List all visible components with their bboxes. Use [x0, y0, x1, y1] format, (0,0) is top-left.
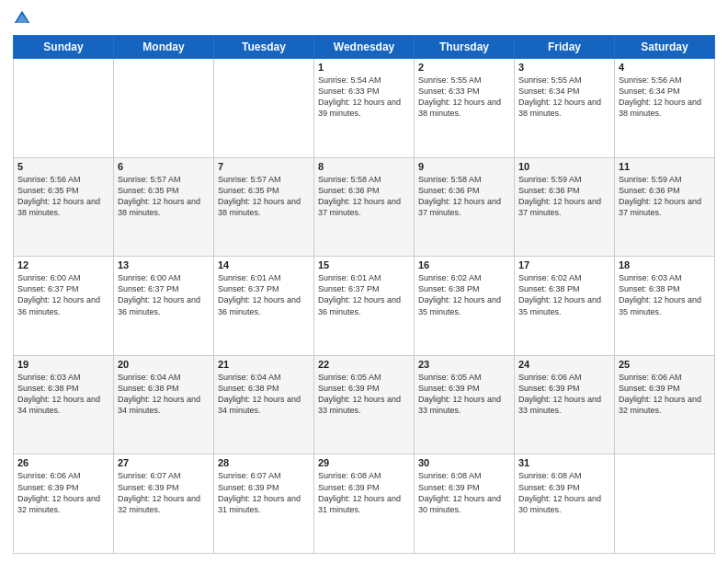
- calendar-cell: 23Sunrise: 6:05 AMSunset: 6:39 PMDayligh…: [415, 355, 515, 454]
- day-info: Sunrise: 5:56 AMSunset: 6:35 PMDaylight:…: [17, 174, 109, 219]
- calendar-cell: 12Sunrise: 6:00 AMSunset: 6:37 PMDayligh…: [14, 257, 114, 356]
- week-row-1: 1Sunrise: 5:54 AMSunset: 6:33 PMDaylight…: [14, 59, 715, 158]
- day-number: 7: [218, 161, 310, 172]
- day-info: Sunrise: 6:01 AMSunset: 6:37 PMDaylight:…: [318, 272, 410, 317]
- day-info: Sunrise: 5:55 AMSunset: 6:34 PMDaylight:…: [518, 75, 610, 120]
- calendar-cell: 22Sunrise: 6:05 AMSunset: 6:39 PMDayligh…: [314, 355, 415, 454]
- day-info: Sunrise: 6:06 AMSunset: 6:39 PMDaylight:…: [17, 470, 109, 515]
- calendar-cell: [14, 59, 114, 158]
- day-number: 19: [17, 359, 109, 370]
- calendar-header: SundayMondayTuesdayWednesdayThursdayFrid…: [14, 36, 715, 59]
- day-number: 14: [218, 259, 310, 270]
- calendar-cell: 19Sunrise: 6:03 AMSunset: 6:38 PMDayligh…: [14, 355, 114, 454]
- calendar-cell: 3Sunrise: 5:55 AMSunset: 6:34 PMDaylight…: [515, 59, 615, 158]
- calendar-cell: 6Sunrise: 5:57 AMSunset: 6:35 PMDaylight…: [114, 157, 214, 257]
- day-info: Sunrise: 6:08 AMSunset: 6:39 PMDaylight:…: [418, 470, 510, 515]
- calendar-cell: 27Sunrise: 6:07 AMSunset: 6:39 PMDayligh…: [114, 454, 214, 554]
- logo-icon: [13, 9, 31, 28]
- day-number: 15: [318, 259, 410, 270]
- day-number: 21: [218, 359, 310, 370]
- day-number: 23: [418, 359, 510, 370]
- day-number: 29: [318, 457, 410, 468]
- day-info: Sunrise: 6:08 AMSunset: 6:39 PMDaylight:…: [318, 470, 410, 515]
- day-info: Sunrise: 6:06 AMSunset: 6:39 PMDaylight:…: [619, 372, 711, 417]
- calendar-cell: 28Sunrise: 6:07 AMSunset: 6:39 PMDayligh…: [214, 454, 314, 554]
- day-info: Sunrise: 6:03 AMSunset: 6:38 PMDaylight:…: [17, 372, 109, 417]
- calendar-cell: 13Sunrise: 6:00 AMSunset: 6:37 PMDayligh…: [114, 257, 214, 356]
- day-number: 2: [418, 62, 510, 73]
- day-info: Sunrise: 6:05 AMSunset: 6:39 PMDaylight:…: [418, 372, 510, 417]
- day-number: 11: [619, 161, 711, 172]
- day-info: Sunrise: 6:05 AMSunset: 6:39 PMDaylight:…: [318, 372, 410, 417]
- weekday-header-tuesday: Tuesday: [214, 36, 314, 59]
- day-number: 4: [619, 62, 711, 73]
- calendar-cell: 9Sunrise: 5:58 AMSunset: 6:36 PMDaylight…: [415, 157, 515, 257]
- day-number: 27: [118, 457, 210, 468]
- calendar-cell: 18Sunrise: 6:03 AMSunset: 6:38 PMDayligh…: [615, 257, 715, 356]
- day-info: Sunrise: 5:58 AMSunset: 6:36 PMDaylight:…: [418, 174, 510, 219]
- calendar-body: 1Sunrise: 5:54 AMSunset: 6:33 PMDaylight…: [14, 59, 715, 554]
- day-number: 31: [518, 457, 610, 468]
- day-info: Sunrise: 6:02 AMSunset: 6:38 PMDaylight:…: [418, 272, 510, 317]
- logo: [13, 9, 35, 28]
- day-info: Sunrise: 6:08 AMSunset: 6:39 PMDaylight:…: [518, 470, 610, 515]
- day-info: Sunrise: 5:54 AMSunset: 6:33 PMDaylight:…: [318, 75, 410, 120]
- day-number: 18: [619, 259, 711, 270]
- calendar-cell: 25Sunrise: 6:06 AMSunset: 6:39 PMDayligh…: [615, 355, 715, 454]
- calendar-cell: 16Sunrise: 6:02 AMSunset: 6:38 PMDayligh…: [415, 257, 515, 356]
- day-number: 16: [418, 259, 510, 270]
- calendar-cell: 11Sunrise: 5:59 AMSunset: 6:36 PMDayligh…: [615, 157, 715, 257]
- day-number: 8: [318, 161, 410, 172]
- calendar-cell: 5Sunrise: 5:56 AMSunset: 6:35 PMDaylight…: [14, 157, 114, 257]
- calendar-cell: 29Sunrise: 6:08 AMSunset: 6:39 PMDayligh…: [314, 454, 415, 554]
- day-info: Sunrise: 5:58 AMSunset: 6:36 PMDaylight:…: [318, 174, 410, 219]
- day-info: Sunrise: 6:07 AMSunset: 6:39 PMDaylight:…: [218, 470, 310, 515]
- day-number: 24: [518, 359, 610, 370]
- weekday-header-wednesday: Wednesday: [314, 36, 415, 59]
- weekday-row: SundayMondayTuesdayWednesdayThursdayFrid…: [14, 36, 715, 59]
- day-info: Sunrise: 6:07 AMSunset: 6:39 PMDaylight:…: [118, 470, 210, 515]
- weekday-header-monday: Monday: [114, 36, 214, 59]
- day-info: Sunrise: 6:00 AMSunset: 6:37 PMDaylight:…: [17, 272, 109, 317]
- day-info: Sunrise: 6:04 AMSunset: 6:38 PMDaylight:…: [218, 372, 310, 417]
- weekday-header-sunday: Sunday: [14, 36, 114, 59]
- weekday-header-saturday: Saturday: [615, 36, 715, 59]
- day-info: Sunrise: 5:59 AMSunset: 6:36 PMDaylight:…: [619, 174, 711, 219]
- calendar-cell: 26Sunrise: 6:06 AMSunset: 6:39 PMDayligh…: [14, 454, 114, 554]
- week-row-3: 12Sunrise: 6:00 AMSunset: 6:37 PMDayligh…: [14, 257, 715, 356]
- day-info: Sunrise: 6:06 AMSunset: 6:39 PMDaylight:…: [518, 372, 610, 417]
- calendar-cell: 30Sunrise: 6:08 AMSunset: 6:39 PMDayligh…: [415, 454, 515, 554]
- day-number: 5: [17, 161, 109, 172]
- day-number: 20: [118, 359, 210, 370]
- calendar-cell: 15Sunrise: 6:01 AMSunset: 6:37 PMDayligh…: [314, 257, 415, 356]
- calendar-cell: 8Sunrise: 5:58 AMSunset: 6:36 PMDaylight…: [314, 157, 415, 257]
- calendar-cell: 17Sunrise: 6:02 AMSunset: 6:38 PMDayligh…: [515, 257, 615, 356]
- day-info: Sunrise: 6:02 AMSunset: 6:38 PMDaylight:…: [518, 272, 610, 317]
- day-info: Sunrise: 6:04 AMSunset: 6:38 PMDaylight:…: [118, 372, 210, 417]
- day-info: Sunrise: 6:03 AMSunset: 6:38 PMDaylight:…: [619, 272, 711, 317]
- day-number: 3: [518, 62, 610, 73]
- day-info: Sunrise: 5:56 AMSunset: 6:34 PMDaylight:…: [619, 75, 711, 120]
- day-info: Sunrise: 6:01 AMSunset: 6:37 PMDaylight:…: [218, 272, 310, 317]
- calendar-cell: 10Sunrise: 5:59 AMSunset: 6:36 PMDayligh…: [515, 157, 615, 257]
- calendar-cell: 20Sunrise: 6:04 AMSunset: 6:38 PMDayligh…: [114, 355, 214, 454]
- page: SundayMondayTuesdayWednesdayThursdayFrid…: [0, 0, 728, 563]
- week-row-4: 19Sunrise: 6:03 AMSunset: 6:38 PMDayligh…: [14, 355, 715, 454]
- calendar-cell: 14Sunrise: 6:01 AMSunset: 6:37 PMDayligh…: [214, 257, 314, 356]
- day-info: Sunrise: 5:57 AMSunset: 6:35 PMDaylight:…: [218, 174, 310, 219]
- day-number: 25: [619, 359, 711, 370]
- calendar-cell: 4Sunrise: 5:56 AMSunset: 6:34 PMDaylight…: [615, 59, 715, 158]
- day-info: Sunrise: 5:57 AMSunset: 6:35 PMDaylight:…: [118, 174, 210, 219]
- week-row-2: 5Sunrise: 5:56 AMSunset: 6:35 PMDaylight…: [14, 157, 715, 257]
- week-row-5: 26Sunrise: 6:06 AMSunset: 6:39 PMDayligh…: [14, 454, 715, 554]
- weekday-header-thursday: Thursday: [415, 36, 515, 59]
- weekday-header-friday: Friday: [515, 36, 615, 59]
- header: [13, 9, 715, 28]
- calendar-cell: [214, 59, 314, 158]
- calendar-cell: 21Sunrise: 6:04 AMSunset: 6:38 PMDayligh…: [214, 355, 314, 454]
- calendar-cell: [114, 59, 214, 158]
- day-number: 9: [418, 161, 510, 172]
- calendar-cell: 24Sunrise: 6:06 AMSunset: 6:39 PMDayligh…: [515, 355, 615, 454]
- calendar-cell: 7Sunrise: 5:57 AMSunset: 6:35 PMDaylight…: [214, 157, 314, 257]
- day-number: 22: [318, 359, 410, 370]
